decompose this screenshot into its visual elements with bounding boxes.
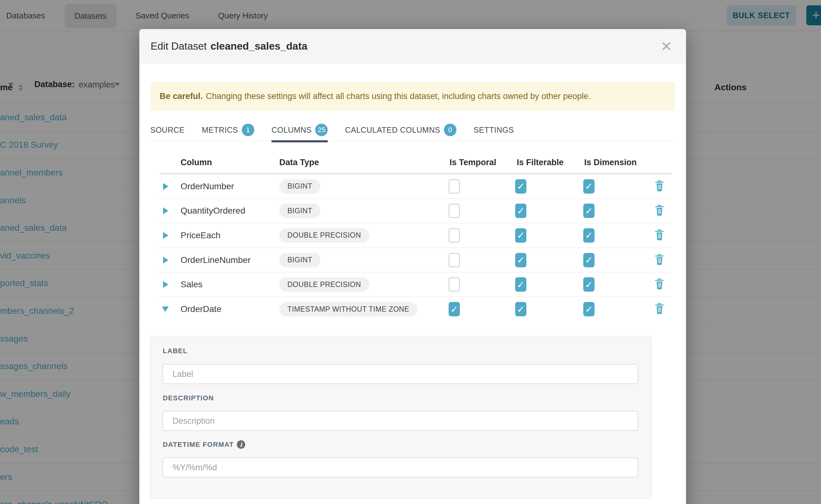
expand-caret-icon[interactable] [163,232,168,239]
header-column: Column [180,158,212,167]
columns-table-body: OrderNumberBIGINT✓✓QuantityOrderedBIGINT… [159,174,672,322]
calculated-columns-count-badge: 0 [444,124,457,136]
modal-tabs: SOURCE METRICS 1 COLUMNS 25 CALCULATED C… [150,119,675,141]
collapse-caret-icon[interactable] [162,307,169,312]
delete-column-icon[interactable] [655,229,665,242]
column-row: OrderDateTIMESTAMP WITHOUT TIME ZONE✓✓✓ [159,297,672,322]
warning-banner-text: Changing these settings will affect all … [206,91,591,101]
is-dimension-checkbox[interactable]: ✓ [583,253,595,267]
is-temporal-checkbox[interactable] [449,253,460,267]
column-row: PriceEachDOUBLE PRECISION✓✓ [159,223,672,248]
column-name: QuantityOrdered [180,206,245,216]
is-temporal-checkbox[interactable] [449,228,460,243]
tab-settings[interactable]: SETTINGS [474,119,514,141]
label-field-label: LABEL [163,347,187,355]
is-filterable-checkbox[interactable]: ✓ [515,277,527,292]
is-temporal-checkbox[interactable] [449,277,460,292]
column-name: OrderLineNumber [180,255,250,265]
is-filterable-checkbox[interactable]: ✓ [515,302,527,316]
is-dimension-checkbox[interactable]: ✓ [583,204,595,218]
tab-label: SOURCE [150,126,185,135]
tab-source[interactable]: SOURCE [150,119,185,141]
column-name: OrderNumber [180,181,234,191]
delete-column-icon[interactable] [655,303,665,316]
is-filterable-checkbox[interactable]: ✓ [515,179,527,194]
is-dimension-checkbox[interactable]: ✓ [583,179,595,194]
modal-title: Edit Dataset cleaned_sales_data [151,29,307,63]
tab-metrics[interactable]: METRICS 1 [202,119,254,141]
is-filterable-checkbox[interactable]: ✓ [515,253,527,267]
info-icon[interactable]: i [237,440,245,449]
is-filterable-checkbox[interactable]: ✓ [515,204,527,218]
column-name: PriceEach [180,230,220,240]
column-name: OrderDate [180,304,221,314]
delete-column-icon[interactable] [655,204,665,217]
delete-column-icon[interactable] [655,254,665,267]
screen: Databases Datasets Saved Queries Query H… [0,0,821,504]
modal-title-prefix: Edit Dataset [151,40,207,52]
is-temporal-checkbox[interactable] [449,179,460,194]
header-is-temporal: Is Temporal [450,158,497,167]
active-tab-underline [271,140,328,142]
header-is-filterable: Is Filterable [517,158,564,167]
tab-label: CALCULATED COLUMNS [345,126,440,135]
label-input[interactable] [162,364,638,384]
data-type-pill: DOUBLE PRECISION [279,228,369,243]
description-field-label: DESCRIPTION [163,394,214,402]
is-dimension-checkbox[interactable]: ✓ [583,228,595,243]
columns-table-header: Column Data Type Is Temporal Is Filterab… [159,152,672,174]
is-dimension-checkbox[interactable]: ✓ [583,277,595,292]
columns-count-badge: 25 [315,124,328,136]
expand-caret-icon[interactable] [163,183,168,190]
expand-caret-icon[interactable] [163,257,168,264]
warning-banner-lead: Be careful. [160,91,203,101]
is-dimension-checkbox[interactable]: ✓ [583,302,595,316]
description-input[interactable] [162,411,638,431]
warning-banner: Be careful. Changing these settings will… [150,82,675,111]
columns-table: Column Data Type Is Temporal Is Filterab… [159,152,672,322]
datetime-format-field-label: DATETIME FORMAT i [163,440,245,449]
data-type-pill: TIMESTAMP WITHOUT TIME ZONE [279,302,418,316]
tab-calculated-columns[interactable]: CALCULATED COLUMNS 0 [345,119,456,141]
expand-caret-icon[interactable] [163,207,168,214]
column-row: OrderNumberBIGINT✓✓ [159,174,672,199]
data-type-pill: BIGINT [279,179,320,194]
modal-header: Edit Dataset cleaned_sales_data ✕ [139,29,686,63]
delete-column-icon[interactable] [655,278,665,291]
data-type-pill: DOUBLE PRECISION [279,277,369,292]
edit-dataset-modal: Edit Dataset cleaned_sales_data ✕ Be car… [139,29,686,504]
modal-title-dataset-name: cleaned_sales_data [210,40,307,52]
is-temporal-checkbox[interactable]: ✓ [449,302,460,316]
expand-caret-icon[interactable] [163,281,168,288]
is-filterable-checkbox[interactable]: ✓ [515,228,527,243]
tab-label: SETTINGS [474,126,514,135]
tab-columns[interactable]: COLUMNS 25 [271,119,328,141]
is-temporal-checkbox[interactable] [449,204,460,218]
delete-column-icon[interactable] [655,180,665,193]
header-data-type: Data Type [279,158,319,167]
datetime-format-input[interactable] [162,457,638,477]
data-type-pill: BIGINT [279,253,320,267]
header-is-dimension: Is Dimension [584,158,637,167]
column-name: Sales [180,279,202,289]
close-icon[interactable]: ✕ [658,38,675,55]
data-type-pill: BIGINT [279,204,320,218]
tab-label: METRICS [202,126,238,135]
column-detail-panel: LABEL DESCRIPTION DATETIME FORMAT i [150,336,652,499]
column-row: SalesDOUBLE PRECISION✓✓ [159,272,672,297]
metrics-count-badge: 1 [242,124,254,136]
column-row: QuantityOrderedBIGINT✓✓ [159,199,672,224]
column-row: OrderLineNumberBIGINT✓✓ [159,248,672,273]
datetime-format-label-text: DATETIME FORMAT [163,441,234,449]
tab-label: COLUMNS [271,126,312,135]
